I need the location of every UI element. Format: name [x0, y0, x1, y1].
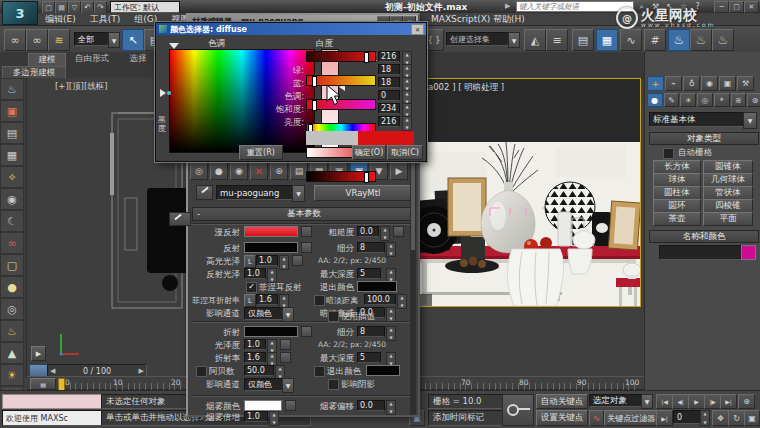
light-icon[interactable]: ✧	[0, 166, 24, 188]
mini-listener-pink[interactable]	[2, 394, 106, 409]
unlink-icon[interactable]: ∞	[26, 29, 48, 51]
material-name-arrow[interactable]: ▼	[292, 185, 305, 202]
menu-tools[interactable]: 工具(T)	[83, 13, 128, 26]
object-button-geosphere[interactable]: 几何球体	[703, 173, 753, 187]
hilight-gloss-field[interactable]: 1.0	[256, 255, 278, 266]
render-production-icon[interactable]: ♨	[712, 29, 734, 51]
fresnel-ior-lock[interactable]: L	[244, 294, 256, 307]
curve-editor-icon[interactable]: ∿	[620, 29, 642, 51]
set-keys-button[interactable]	[502, 394, 534, 426]
cancel-button[interactable]: 取消(C)	[387, 145, 423, 160]
time-fwd-button[interactable]: ▶	[139, 367, 144, 375]
object-color-swatch[interactable]	[741, 245, 756, 260]
go-start-icon[interactable]: |◀	[656, 394, 673, 409]
set-key-button[interactable]: 设置关键点	[536, 410, 588, 426]
affect-channels-arrow[interactable]: ▼	[282, 307, 294, 322]
ribbon-tab-modeling[interactable]: 建模	[28, 53, 66, 66]
orbit-icon[interactable]: ↻	[728, 410, 745, 426]
next-frame-icon[interactable]: |▶	[704, 394, 721, 409]
camera-viewport-label[interactable]: a002 ] [ 明暗处理 ]	[428, 82, 504, 94]
sun-icon[interactable]: ☀	[0, 364, 24, 386]
value-spinner[interactable]	[402, 116, 412, 131]
render-grid-icon[interactable]: ▦	[0, 144, 24, 166]
object-button-tube[interactable]: 管状体	[703, 186, 753, 200]
layer-manager-icon[interactable]: ▤	[572, 29, 594, 51]
refract-map-button[interactable]	[301, 326, 312, 337]
dim-falloff-spinner[interactable]	[386, 307, 396, 322]
scene-explorer-icon[interactable]: ▦	[596, 29, 618, 51]
object-button-teapot[interactable]: 茶壶	[653, 212, 701, 226]
go-end2-icon[interactable]: ▶|	[656, 410, 673, 426]
put-to-scene-icon[interactable]: ●	[210, 162, 228, 180]
fog-bias-spinner[interactable]	[386, 400, 396, 415]
reset-material-icon[interactable]: ✕	[250, 162, 268, 180]
hilight-gloss-map-button[interactable]	[292, 255, 303, 266]
app-logo[interactable]: 3	[2, 1, 38, 25]
subtab-helpers[interactable]: ⌖	[714, 93, 730, 107]
fog-color-map-button[interactable]	[285, 400, 296, 411]
selection-set-dropdown[interactable]: 创建选择集	[446, 32, 516, 46]
glossiness-field[interactable]: 1.0	[244, 339, 266, 350]
tab-hierarchy[interactable]: ♁	[683, 76, 700, 91]
bind-spacewarp-icon[interactable]: ≋	[48, 29, 70, 51]
workspace-selector[interactable]: 工作区: 默认	[110, 1, 180, 13]
subtab-systems[interactable]: ⊛	[747, 93, 760, 107]
affect-shadows-checkbox[interactable]	[328, 379, 339, 390]
selection-filter-arrow[interactable]: ▼	[108, 32, 120, 48]
reflect-subdivs-field[interactable]: 8	[357, 242, 385, 253]
maximize-viewport-icon[interactable]: ▣	[744, 410, 760, 426]
object-button-sphere[interactable]: 球体	[653, 173, 701, 187]
dim-distance-checkbox[interactable]	[314, 295, 325, 306]
reflect-map-button[interactable]	[301, 242, 312, 253]
pick-material-eyedropper[interactable]	[196, 185, 213, 200]
mini-listener-white[interactable]: 欢迎使用 MAXSc	[2, 410, 106, 426]
roughness-map-button[interactable]	[393, 226, 404, 237]
object-button-plane[interactable]: 平面	[703, 212, 753, 226]
basic-params-rollout[interactable]: - 基本参数	[192, 207, 416, 221]
tab-motion[interactable]: ◉	[701, 76, 718, 91]
abbe-checkbox[interactable]	[196, 366, 207, 377]
subtab-geometry[interactable]: ●	[647, 93, 663, 107]
subtab-lights[interactable]: ☀	[680, 93, 696, 107]
diffuse-color-swatch[interactable]	[244, 226, 298, 237]
red-value[interactable]: 216	[378, 51, 400, 62]
tab-create[interactable]: +	[647, 76, 664, 91]
refract-maxdepth-field[interactable]: 5	[357, 352, 381, 363]
blue-value[interactable]: 18	[378, 77, 400, 88]
material-name-dropdown[interactable]: mu-paoguang	[216, 185, 300, 200]
refract-subdivs-spinner[interactable]	[386, 326, 396, 341]
camera-viewport[interactable]: a002 ] [ 明暗处理 ]	[405, 78, 641, 307]
color-selector-titlebar[interactable]: 颜色选择器: diffuse ✕	[156, 23, 426, 35]
affect-channels2-arrow[interactable]: ▼	[282, 378, 294, 393]
assign-to-selection-icon[interactable]: ◉	[230, 162, 248, 180]
value-slider[interactable]	[306, 171, 376, 182]
stool[interactable]	[616, 278, 640, 287]
reflect-gloss-spinner[interactable]	[267, 268, 277, 283]
align-icon[interactable]: ≡	[546, 29, 568, 51]
exit-color-swatch[interactable]	[357, 281, 397, 292]
fresnel-ior-field[interactable]: 1.6	[256, 294, 278, 305]
frame-spinner[interactable]	[700, 410, 710, 426]
object-button-cone[interactable]: 圆锥体	[703, 160, 753, 174]
material-type-button[interactable]: VRayMtl	[314, 185, 412, 201]
key-filter-dropdown-arrow[interactable]: ▼	[641, 394, 653, 409]
moon-icon[interactable]: ☾	[0, 210, 24, 232]
play-preview-button[interactable]: ▶	[31, 346, 46, 361]
white-pot[interactable]	[573, 231, 595, 249]
hue-top-pointer[interactable]	[169, 43, 179, 49]
refract-subdivs-field[interactable]: 8	[357, 326, 385, 337]
fog-mult-field[interactable]: 1.0	[244, 411, 268, 422]
object-button-cylinder[interactable]: 圆柱体	[653, 186, 701, 200]
get-material-icon[interactable]: ◎	[190, 162, 208, 180]
schematic-view-icon[interactable]: #	[644, 29, 666, 51]
dim-distance-field[interactable]: 100.0	[364, 294, 396, 305]
green-value[interactable]: 18	[378, 64, 400, 75]
zoom-extents-icon[interactable]: ⊕	[738, 394, 755, 409]
glossiness-map-button[interactable]	[280, 339, 291, 350]
color-eyedropper-button[interactable]	[169, 212, 191, 226]
subtab-shapes[interactable]: ✎	[664, 93, 680, 107]
refract-color-swatch[interactable]	[244, 326, 298, 337]
add-time-tag[interactable]: 添加时间标记	[428, 410, 508, 426]
key-curve-icon[interactable]: ∿	[589, 410, 604, 426]
menu-help[interactable]: 帮助(H)	[486, 13, 532, 26]
